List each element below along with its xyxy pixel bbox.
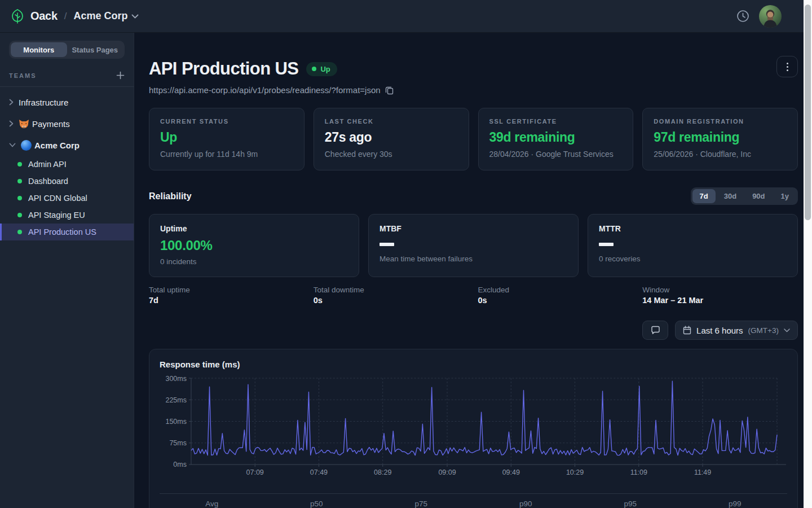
brand-name[interactable]: Oack bbox=[30, 10, 58, 23]
card-last-check: LAST CHECK 27s ago Checked every 30s bbox=[314, 108, 469, 170]
svg-text:11:09: 11:09 bbox=[630, 468, 647, 476]
card-mttr: MTTR 0 recoveries bbox=[588, 214, 798, 277]
total-window: Window 14 Mar – 21 Mar bbox=[642, 286, 798, 305]
tab-status-pages[interactable]: Status Pages bbox=[67, 42, 123, 57]
svg-text:09:09: 09:09 bbox=[438, 468, 456, 476]
card-domain-registration: DOMAIN REGISTRATION 97d remaining 25/06/… bbox=[642, 108, 798, 170]
sidebar-monitor-api-production-us[interactable]: API Production US bbox=[0, 224, 134, 240]
logo-leaf-icon[interactable] bbox=[10, 8, 25, 24]
team-label: Infrastructure bbox=[19, 98, 68, 107]
uptime-value: 100.00% bbox=[160, 238, 348, 253]
blue-ball-icon bbox=[21, 140, 32, 151]
chevron-right-icon bbox=[9, 99, 14, 106]
svg-text:08:29: 08:29 bbox=[374, 468, 391, 476]
chart-footer-stats: Avg p50 p75 p90 p95 p99 bbox=[160, 500, 787, 508]
clock-icon bbox=[736, 9, 750, 23]
org-name: Acme Corp bbox=[73, 10, 127, 22]
status-badge: Up bbox=[306, 62, 337, 76]
scrollbar-thumb[interactable] bbox=[805, 5, 811, 220]
monitor-label: API Production US bbox=[28, 227, 96, 237]
range-30d-button[interactable]: 30d bbox=[717, 189, 744, 203]
svg-text:10:29: 10:29 bbox=[566, 468, 584, 476]
calendar-icon bbox=[683, 326, 691, 335]
sidebar-monitor-api-cdn-global[interactable]: API CDN Global bbox=[0, 190, 134, 207]
ssl-value: 39d remaining bbox=[489, 130, 623, 145]
add-team-button[interactable] bbox=[116, 71, 125, 80]
card-current-status: CURRENT STATUS Up Currently up for 11d 1… bbox=[149, 108, 304, 170]
range-1y-button[interactable]: 1y bbox=[774, 189, 796, 203]
response-time-chart[interactable]: 300ms225ms150ms75ms0ms07:0907:4908:2909:… bbox=[160, 376, 787, 479]
page-scrollbar[interactable] bbox=[804, 0, 812, 508]
svg-text:07:49: 07:49 bbox=[310, 468, 328, 476]
reliability-cards: Uptime 100.00% 0 incidents MTBF Mean tim… bbox=[149, 214, 798, 277]
card-ssl-certificate: SSL CERTIFICATE 39d remaining 28/04/2026… bbox=[478, 108, 634, 170]
annotations-button[interactable] bbox=[642, 321, 668, 340]
card-mtbf: MTBF Mean time between failures bbox=[368, 214, 579, 277]
chevron-down-icon bbox=[131, 14, 139, 19]
mtbf-empty-value-bar bbox=[379, 243, 394, 246]
status-cards: CURRENT STATUS Up Currently up for 11d 1… bbox=[149, 108, 798, 170]
domain-value: 97d remaining bbox=[654, 130, 787, 145]
comment-icon bbox=[651, 326, 660, 335]
svg-text:09:49: 09:49 bbox=[502, 468, 520, 476]
sidebar-item-infrastructure[interactable]: Infrastructure bbox=[0, 91, 134, 113]
response-time-card: Response time (ms) 300ms225ms150ms75ms0m… bbox=[149, 349, 798, 508]
sidebar-item-payments[interactable]: Payments bbox=[0, 113, 134, 134]
status-dot-icon bbox=[17, 196, 22, 200]
status-dot-icon bbox=[17, 179, 22, 183]
clock-button[interactable] bbox=[736, 9, 750, 23]
sidebar-item-acme-corp[interactable]: Acme Corp bbox=[0, 134, 134, 156]
sidebar-monitor-dashboard[interactable]: Dashboard bbox=[0, 173, 134, 190]
app-window: Oack / Acme Corp bbox=[0, 0, 812, 508]
monitor-label: Dashboard bbox=[28, 177, 68, 186]
sidebar-monitor-admin-api[interactable]: Admin API bbox=[0, 156, 134, 173]
status-dot-icon bbox=[17, 162, 22, 167]
teams-heading: TEAMS bbox=[9, 72, 37, 79]
monitor-label: API CDN Global bbox=[28, 194, 87, 203]
current-status-value: Up bbox=[160, 130, 293, 145]
monitor-url[interactable]: https://api.acme-corp.io/api/v1/probes/r… bbox=[149, 85, 381, 95]
kebab-icon bbox=[787, 63, 788, 64]
plus-icon bbox=[116, 71, 125, 80]
card-uptime: Uptime 100.00% 0 incidents bbox=[149, 214, 359, 277]
time-range-dropdown[interactable]: Last 6 hours (GMT+3) bbox=[675, 321, 798, 340]
tab-monitors[interactable]: Monitors bbox=[11, 42, 67, 57]
svg-text:150ms: 150ms bbox=[165, 418, 186, 426]
sidebar: Monitors Status Pages TEAMS Infrastructu bbox=[0, 33, 134, 508]
range-90d-button[interactable]: 90d bbox=[745, 189, 772, 203]
top-header: Oack / Acme Corp bbox=[0, 0, 812, 33]
avatar[interactable] bbox=[759, 5, 782, 28]
chart-title: Response time (ms) bbox=[160, 360, 787, 369]
last-check-value: 27s ago bbox=[325, 130, 458, 145]
team-label: Payments bbox=[32, 119, 70, 129]
total-uptime: Total uptime 7d bbox=[149, 286, 304, 305]
svg-text:07:09: 07:09 bbox=[246, 468, 264, 476]
chevron-down-icon bbox=[784, 329, 790, 332]
team-label: Acme Corp bbox=[34, 141, 80, 150]
svg-text:0ms: 0ms bbox=[173, 461, 187, 468]
range-7d-button[interactable]: 7d bbox=[692, 189, 716, 203]
status-dot-icon bbox=[312, 67, 316, 71]
page-title: API Production US bbox=[149, 59, 298, 79]
more-options-button[interactable] bbox=[776, 56, 798, 77]
breadcrumb-separator: / bbox=[64, 11, 67, 22]
svg-text:75ms: 75ms bbox=[169, 439, 187, 447]
monitor-label: Admin API bbox=[28, 160, 67, 169]
monitor-label: API Staging EU bbox=[28, 211, 85, 220]
sidebar-monitor-api-staging-eu[interactable]: API Staging EU bbox=[0, 207, 134, 224]
sidebar-divider bbox=[0, 86, 134, 87]
status-dot-icon bbox=[17, 230, 22, 234]
svg-text:300ms: 300ms bbox=[165, 376, 186, 383]
chevron-right-icon bbox=[9, 120, 14, 127]
time-range-label: Last 6 hours bbox=[696, 326, 743, 335]
reliability-range-toggle: 7d 30d 90d 1y bbox=[691, 187, 798, 205]
main-content: API Production US Up https://api.acme-co… bbox=[134, 33, 812, 508]
total-excluded: Excluded 0s bbox=[478, 286, 634, 305]
reliability-heading: Reliability bbox=[149, 191, 192, 202]
svg-text:225ms: 225ms bbox=[165, 396, 186, 404]
copy-icon[interactable] bbox=[385, 86, 394, 95]
reliability-totals: Total uptime 7d Total downtime 0s Exclud… bbox=[149, 286, 798, 305]
svg-text:11:49: 11:49 bbox=[694, 468, 711, 476]
fox-emoji-icon bbox=[19, 119, 29, 129]
org-switcher[interactable]: Acme Corp bbox=[73, 10, 138, 22]
